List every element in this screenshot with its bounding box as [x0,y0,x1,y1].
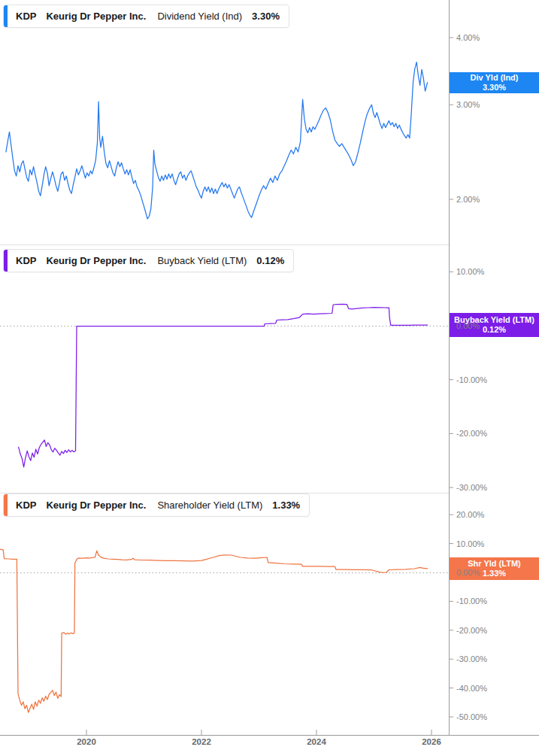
y-tick-label: -30.00% [456,654,487,663]
dividend-yield-header[interactable]: KDP Keurig Dr Pepper Inc. Dividend Yield… [3,5,289,28]
y-tick-label: -20.00% [456,429,487,438]
multi-panel-chart[interactable]: 4.00%3.00%2.00%10.00%0.00%-10.00%-20.00%… [0,0,539,756]
x-tick-label: 2022 [192,737,211,746]
y-tick-label: 2.00% [456,195,480,204]
metric-label: Shareholder Yield (LTM) [157,499,262,511]
buyback-yield-header[interactable]: KDP Keurig Dr Pepper Inc. Buyback Yield … [3,249,294,272]
y-tick-label: -30.00% [456,483,487,492]
metric-label: Buyback Yield (LTM) [157,255,247,266]
y-tick-label: 4.00% [456,33,480,42]
orange-accent-bar [4,494,8,516]
y-tick-label: -10.00% [456,597,487,606]
metric-value: 1.33% [272,499,300,511]
company-name: Keurig Dr Pepper Inc. [46,255,146,266]
x-tick-label: 2024 [307,737,326,746]
x-tick-label: 2020 [77,737,96,746]
div-yld-badge-bg[interactable] [450,72,539,93]
company-name: Keurig Dr Pepper Inc. [46,11,146,22]
metric-value: 0.12% [256,255,284,266]
metric-value: 3.30% [252,11,280,22]
y-tick-label: -40.00% [456,684,487,693]
ticker: KDP [16,11,36,22]
y-tick-label: -20.00% [456,626,487,635]
y-tick-label: 20.00% [456,510,484,519]
ticker: KDP [16,255,36,266]
div-yld-ind--line [6,62,428,219]
blue-accent-bar [4,5,8,27]
shareholder-yield-header[interactable]: KDP Keurig Dr Pepper Inc. Shareholder Yi… [3,493,310,517]
x-tick-label: 2026 [422,737,441,746]
y-tick-label: 10.00% [456,267,484,276]
y-tick-label: 3.00% [456,100,480,109]
y-tick-label: -10.00% [456,375,487,384]
y-tick-label: 0.00% [456,568,480,577]
y-tick-label: 0.00% [456,321,480,330]
company-name: Keurig Dr Pepper Inc. [46,499,146,511]
buyback-yield-ltm--line [19,304,428,467]
shareholder-yield-ltm--line [0,549,427,712]
metric-label: Dividend Yield (Ind) [157,11,242,22]
y-tick-label: -50.00% [456,712,487,721]
y-tick-label: 10.00% [456,539,484,548]
ticker: KDP [16,499,36,511]
purple-accent-bar [4,250,8,272]
